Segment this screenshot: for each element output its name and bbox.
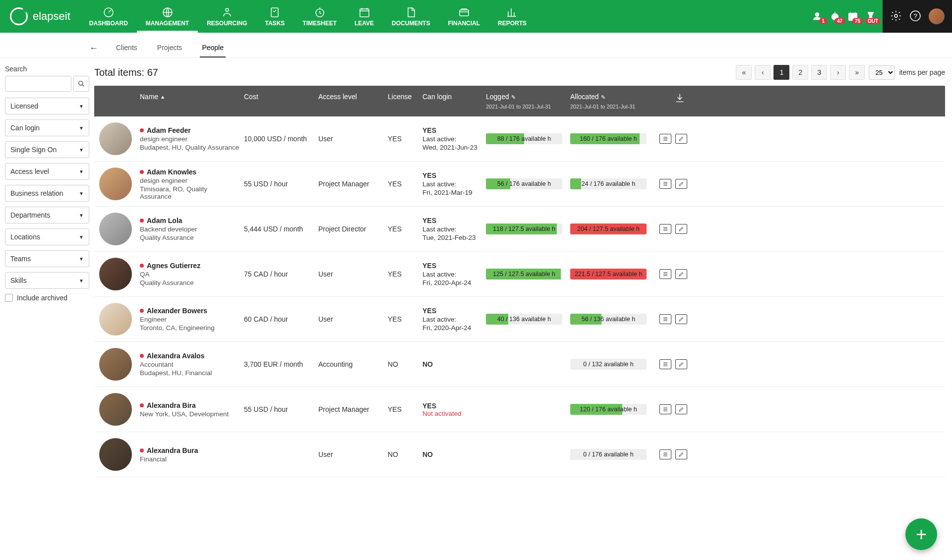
edit-button[interactable]: [675, 179, 687, 189]
person-name[interactable]: Alexander Bowers: [140, 307, 240, 315]
nav-leave[interactable]: LEAVE: [346, 0, 383, 33]
back-arrow-icon[interactable]: ←: [89, 43, 98, 54]
page-‹[interactable]: ‹: [755, 65, 771, 80]
sort-asc-icon: ▲: [160, 94, 165, 100]
notif-icon-4[interactable]: OUT: [864, 9, 878, 23]
search-input[interactable]: [5, 76, 71, 92]
pencil-icon: [678, 406, 685, 412]
search-button[interactable]: [73, 76, 89, 92]
details-button[interactable]: [659, 314, 671, 324]
table-row: Adam Feederdesign engineerBudapest, HU, …: [94, 116, 945, 162]
person-avatar[interactable]: [99, 168, 132, 200]
page-2[interactable]: 2: [792, 65, 808, 80]
col-allocated[interactable]: Allocated✎ 2021-Jul-01 to 2021-Jul-31: [568, 93, 653, 110]
notif-icon-3[interactable]: 75: [846, 9, 860, 23]
col-name[interactable]: Name▲: [138, 93, 242, 101]
details-button[interactable]: [659, 224, 671, 234]
pencil-icon[interactable]: ✎: [601, 94, 605, 100]
logo[interactable]: elapseit: [0, 0, 80, 33]
col-download[interactable]: [653, 93, 692, 105]
col-cost[interactable]: Cost: [242, 93, 316, 101]
person-name[interactable]: Alexandra Avalos: [140, 352, 240, 360]
person-name[interactable]: Alexandra Bira: [140, 401, 240, 409]
nav-tasks[interactable]: TASKS: [256, 0, 294, 33]
subtab-projects[interactable]: Projects: [155, 39, 184, 57]
filter-locations[interactable]: Locations▼: [5, 228, 89, 245]
filter-business-relation[interactable]: Business relation▼: [5, 185, 89, 202]
details-button[interactable]: [659, 404, 671, 414]
user-avatar[interactable]: [929, 8, 945, 24]
chevron-down-icon: ▼: [79, 147, 84, 153]
progress-bar: 40 / 136 available h: [486, 314, 562, 325]
details-button[interactable]: [659, 269, 671, 279]
edit-button[interactable]: [675, 404, 687, 414]
table-row: Alexandra BiraNew York, USA, Development…: [94, 387, 945, 432]
subtab-people[interactable]: People: [200, 39, 226, 57]
person-avatar[interactable]: [99, 213, 132, 245]
edit-button[interactable]: [675, 359, 687, 369]
details-button[interactable]: [659, 449, 671, 459]
filter-access-level[interactable]: Access level▼: [5, 163, 89, 180]
person-avatar[interactable]: [99, 122, 132, 155]
col-license[interactable]: License: [386, 93, 420, 101]
progress-bar: 125 / 127.5 available h: [486, 269, 562, 280]
details-button[interactable]: [659, 179, 671, 189]
nav-dashboard[interactable]: DASHBOARD: [80, 0, 137, 33]
nav-documents[interactable]: DOCUMENTS: [383, 0, 439, 33]
badge-1: 1: [819, 18, 827, 24]
page-«[interactable]: «: [736, 65, 752, 80]
person-name[interactable]: Alexandra Bura: [140, 447, 240, 454]
edit-button[interactable]: [675, 224, 687, 234]
person-name[interactable]: Adam Knowles: [140, 168, 240, 176]
status-dot-icon: [140, 403, 144, 407]
page-1[interactable]: 1: [774, 65, 789, 80]
filter-single-sign-on[interactable]: Single Sign On▼: [5, 141, 89, 158]
filter-licensed[interactable]: Licensed▼: [5, 98, 89, 114]
notif-icon-1[interactable]: 1: [810, 9, 824, 23]
progress-bar: 88 / 176 available h: [486, 133, 562, 144]
cost-cell: 55 USD / hour: [242, 405, 316, 413]
page-3[interactable]: 3: [811, 65, 827, 80]
nav-financial[interactable]: FINANCIAL: [439, 0, 489, 33]
include-archived-checkbox[interactable]: [5, 294, 13, 302]
person-avatar[interactable]: [99, 258, 132, 290]
nav-management[interactable]: MANAGEMENT: [137, 0, 198, 33]
filter-skills[interactable]: Skills▼: [5, 272, 89, 289]
person-name[interactable]: Agnes Gutierrez: [140, 262, 240, 270]
per-page-select[interactable]: 25: [869, 65, 895, 80]
page-›[interactable]: ›: [830, 65, 846, 80]
edit-button[interactable]: [675, 269, 687, 279]
settings-icon[interactable]: [890, 10, 902, 23]
col-access[interactable]: Access level: [316, 93, 386, 101]
include-archived-row[interactable]: Include archived: [5, 294, 89, 302]
access-cell: User: [316, 270, 386, 278]
notif-icon-2[interactable]: 47: [828, 9, 842, 23]
person-avatar[interactable]: [99, 393, 132, 426]
person-avatar[interactable]: [99, 303, 132, 336]
help-icon[interactable]: ?: [909, 10, 921, 23]
col-logged[interactable]: Logged✎ 2021-Jul-01 to 2021-Jul-31: [484, 93, 568, 110]
edit-button[interactable]: [675, 449, 687, 459]
edit-button[interactable]: [675, 134, 687, 144]
page-»[interactable]: »: [849, 65, 865, 80]
subtab-clients[interactable]: Clients: [114, 39, 139, 57]
nav-resourcing[interactable]: RESOURCING: [198, 0, 256, 33]
filter-can-login[interactable]: Can login▼: [5, 119, 89, 136]
person-avatar[interactable]: [99, 438, 132, 471]
col-canlogin[interactable]: Can login: [420, 93, 484, 101]
progress-bar: 120 / 176 available h: [570, 404, 647, 415]
badge-4: OUT: [865, 18, 881, 24]
details-button[interactable]: [659, 134, 671, 144]
login-cell: YESLast active:Tue, 2021-Feb-23: [420, 217, 484, 241]
nav-reports[interactable]: REPORTS: [489, 0, 536, 33]
edit-button[interactable]: [675, 314, 687, 324]
person-name[interactable]: Adam Feeder: [140, 126, 240, 134]
filter-teams[interactable]: Teams▼: [5, 250, 89, 267]
person-name[interactable]: Adam Lola: [140, 217, 240, 224]
pencil-icon[interactable]: ✎: [511, 94, 516, 100]
person-avatar[interactable]: [99, 348, 132, 381]
filter-departments[interactable]: Departments▼: [5, 207, 89, 224]
search-label: Search: [5, 65, 89, 73]
nav-timesheet[interactable]: TIMESHEET: [294, 0, 346, 33]
details-button[interactable]: [659, 359, 671, 369]
